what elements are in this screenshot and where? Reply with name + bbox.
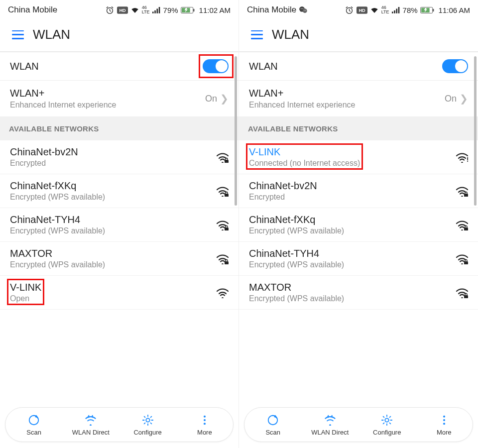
configure-button[interactable]: Configure [358, 414, 416, 436]
network-item[interactable]: MAXTOR Encrypted (WPS available) [239, 276, 478, 310]
hd-icon [357, 6, 367, 14]
network-name: ChinaNet-TYH4 [10, 214, 105, 225]
available-networks-header: AVAILABLE NETWORKS [239, 117, 478, 140]
wifi-signal-icon [215, 186, 229, 197]
alarm-icon [105, 5, 115, 15]
network-item[interactable]: V-LINK Open [0, 276, 239, 310]
configure-label: Configure [133, 429, 161, 436]
wlan-plus-row[interactable]: WLAN+ Enhanced Internet experience On ❯ [239, 81, 478, 117]
wifi-signal-icon [454, 287, 468, 298]
network-desc: Open [10, 294, 41, 303]
scan-label: Scan [26, 429, 41, 436]
network-name: ChinaNet-bv2N [249, 180, 317, 192]
page-title: WLAN [33, 27, 70, 42]
network-item[interactable]: V-LINK Connected (no Internet access) ! [239, 140, 478, 174]
network-desc: Encrypted (WPS available) [10, 260, 105, 269]
status-bar: China Mobile 46LTE 79% 11:02 AM [0, 0, 239, 18]
wlan-direct-icon [84, 414, 97, 427]
network-desc: Connected (no Internet access) [249, 159, 360, 168]
scroll-area[interactable]: WLAN WLAN+ Enhanced Internet experience … [239, 52, 478, 448]
network-desc: Encrypted (WPS available) [10, 193, 105, 202]
scrollbar[interactable] [235, 56, 237, 206]
wlan-plus-row[interactable]: WLAN+ Enhanced Internet experience On ❯ [0, 81, 239, 117]
network-name: ChinaNet-fXKq [249, 214, 344, 225]
wifi-signal-icon [454, 253, 468, 264]
battery-percent: 78% [403, 6, 418, 14]
wlan-plus-label: WLAN+ [10, 88, 116, 99]
configure-button[interactable]: Configure [120, 414, 176, 436]
network-item[interactable]: ChinaNet-fXKq Encrypted (WPS available) [0, 174, 239, 208]
phone-pane-1: China Mobile 46LTE 78% 11:06 AM WLAN WLA… [239, 0, 478, 448]
available-networks-header: AVAILABLE NETWORKS [0, 117, 239, 140]
scan-label: Scan [265, 429, 280, 436]
wifi-status-icon [370, 6, 379, 13]
lte-label: 46LTE [142, 5, 150, 14]
wifi-signal-icon [215, 253, 229, 264]
wlan-direct-button[interactable]: WLAN Direct [302, 414, 359, 436]
wifi-signal-icon [454, 186, 468, 197]
title-bar: WLAN [0, 18, 239, 51]
network-desc: Encrypted (WPS available) [249, 260, 344, 269]
network-item[interactable]: ChinaNet-bv2N Encrypted [239, 174, 478, 208]
network-desc: Encrypted [249, 193, 317, 202]
wechat-icon [298, 5, 308, 15]
chevron-right-icon: ❯ [220, 93, 229, 105]
signal-bars-icon [152, 6, 161, 13]
chevron-right-icon: ❯ [460, 93, 468, 105]
more-button[interactable]: More [416, 414, 473, 436]
gear-icon [381, 414, 393, 427]
battery-icon [420, 7, 434, 13]
wlan-direct-button[interactable]: WLAN Direct [62, 414, 119, 436]
menu-icon[interactable] [251, 30, 263, 39]
wlan-direct-icon [324, 414, 337, 427]
network-item[interactable]: ChinaNet-bv2N Encrypted [0, 140, 239, 174]
wlan-plus-label: WLAN+ [249, 88, 355, 99]
scrollbar[interactable] [474, 56, 477, 206]
network-desc: Encrypted [10, 159, 78, 168]
wlan-toggle[interactable] [442, 59, 468, 73]
battery-percent: 79% [163, 6, 178, 14]
wlan-plus-value: On [205, 94, 217, 104]
network-item[interactable]: ChinaNet-TYH4 Encrypted (WPS available) [239, 242, 478, 276]
network-name: ChinaNet-bv2N [10, 146, 78, 158]
clock-time: 11:06 AM [439, 6, 470, 14]
wlan-direct-label: WLAN Direct [311, 429, 349, 436]
wlan-toggle-row[interactable]: WLAN [239, 52, 478, 81]
network-name: ChinaNet-fXKq [10, 180, 105, 192]
scan-icon [28, 414, 40, 427]
wlan-toggle-row[interactable]: WLAN [0, 52, 239, 81]
network-desc: Encrypted (WPS available) [249, 226, 344, 235]
more-label: More [197, 429, 212, 436]
wlan-plus-value: On [445, 94, 457, 104]
more-button[interactable]: More [176, 414, 233, 436]
wlan-toggle[interactable] [203, 59, 229, 73]
menu-icon[interactable] [12, 30, 24, 39]
scan-button[interactable]: Scan [244, 414, 302, 436]
status-bar: China Mobile 46LTE 78% 11:06 AM [239, 0, 478, 18]
wlan-direct-label: WLAN Direct [72, 429, 110, 436]
alarm-icon [345, 5, 354, 15]
gear-icon [142, 414, 154, 427]
more-icon [442, 414, 446, 427]
scan-button[interactable]: Scan [5, 414, 62, 436]
wifi-signal-icon [454, 220, 468, 230]
network-item[interactable]: ChinaNet-fXKq Encrypted (WPS available) [239, 208, 478, 242]
wifi-signal-icon [215, 287, 229, 298]
scroll-area[interactable]: WLAN WLAN+ Enhanced Internet experience … [0, 52, 239, 448]
wlan-label: WLAN [249, 61, 278, 72]
phone-pane-0: China Mobile 46LTE 79% 11:02 AM WLAN WLA… [0, 0, 239, 448]
battery-icon [181, 7, 195, 13]
more-label: More [437, 429, 452, 436]
network-name: MAXTOR [10, 248, 105, 259]
network-desc: Encrypted (WPS available) [249, 294, 344, 303]
network-desc: Encrypted (WPS available) [10, 226, 105, 235]
network-item[interactable]: MAXTOR Encrypted (WPS available) [0, 242, 239, 276]
configure-label: Configure [373, 429, 401, 436]
page-title: WLAN [272, 27, 309, 42]
title-bar: WLAN [239, 18, 478, 51]
network-name: MAXTOR [249, 282, 344, 293]
signal-bars-icon [392, 6, 400, 13]
network-item[interactable]: ChinaNet-TYH4 Encrypted (WPS available) [0, 208, 239, 242]
bottom-action-bar: Scan WLAN Direct Configure More [5, 407, 234, 442]
hd-icon [117, 6, 128, 14]
